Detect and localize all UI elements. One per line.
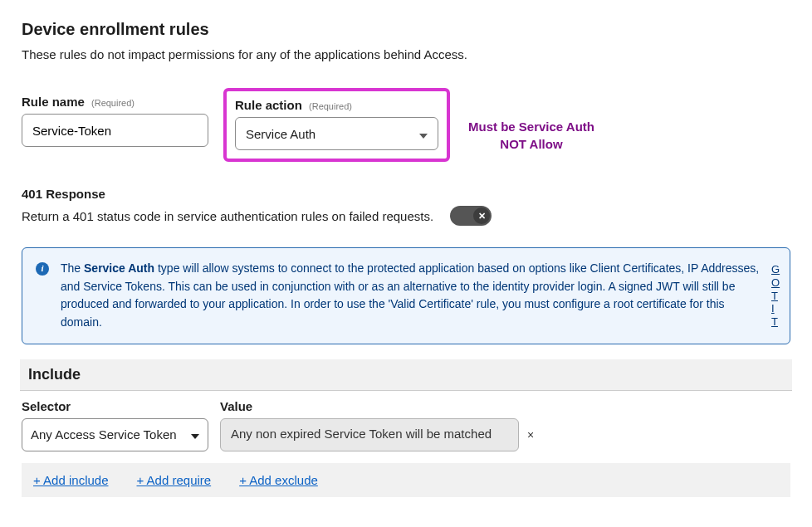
401-toggle[interactable]: ✕ [450, 206, 492, 226]
annotation-line2: NOT Allow [468, 135, 594, 153]
rule-action-label: Rule action [235, 98, 302, 112]
add-include-link[interactable]: + Add include [33, 473, 109, 487]
annotation-line1: Must be Service Auth [468, 118, 594, 135]
required-tag: (Required) [309, 101, 352, 111]
remove-row-button[interactable]: × [527, 428, 534, 442]
page-subtitle: These rules do not impact permissions fo… [22, 47, 790, 61]
info-text: The Service Auth type will allow systems… [61, 260, 765, 332]
annotation-text: Must be Service Auth NOT Allow [468, 118, 594, 153]
selector-label: Selector [22, 399, 208, 413]
info-box: i The Service Auth type will allow syste… [22, 247, 790, 344]
close-icon: ✕ [473, 207, 490, 224]
rule-name-field: Rule name (Required) [22, 95, 208, 147]
value-label: Value [220, 399, 534, 413]
selector-value: Any Access Service Token [31, 427, 177, 442]
chevron-down-icon [419, 127, 428, 141]
info-bold: Service Auth [84, 261, 154, 275]
rule-action-highlight: Rule action (Required) Service Auth [223, 88, 450, 162]
info-rest: type will allow systems to connect to th… [61, 261, 759, 329]
actions-bar: + Add include + Add require + Add exclud… [22, 463, 790, 497]
selector-dropdown[interactable]: Any Access Service Token [22, 418, 208, 451]
add-exclude-link[interactable]: + Add exclude [239, 473, 318, 487]
got-it-link[interactable]: GOT IT [771, 263, 780, 328]
include-heading: Include [20, 359, 792, 391]
value-display: Any non expired Service Token will be ma… [220, 418, 519, 451]
401-description: Return a 401 status code in service auth… [22, 209, 433, 223]
info-icon: i [36, 262, 49, 276]
rule-name-label: Rule name [22, 95, 85, 109]
rule-name-input[interactable] [22, 114, 208, 147]
rule-action-value: Service Auth [246, 127, 316, 141]
add-require-link[interactable]: + Add require [137, 473, 212, 487]
401-heading: 401 Response [22, 187, 790, 201]
required-tag: (Required) [91, 98, 135, 108]
rule-action-select[interactable]: Service Auth [235, 117, 438, 150]
page-title: Device enrollment rules [22, 20, 790, 39]
chevron-down-icon [191, 427, 199, 442]
info-prefix: The [61, 261, 84, 275]
